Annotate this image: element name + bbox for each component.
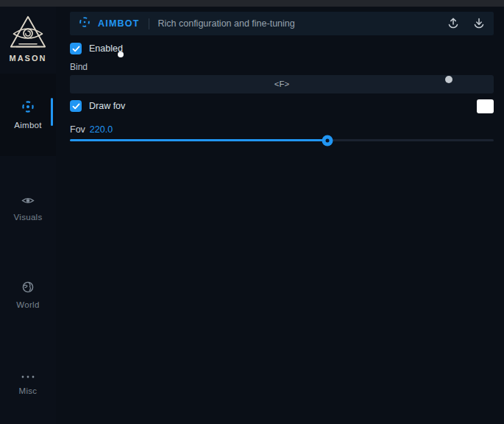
draw-fov-checkbox[interactable]: [70, 100, 82, 112]
sidebar-item-world[interactable]: World: [0, 278, 56, 313]
eye-icon: [21, 195, 35, 208]
draw-fov-label: Draw fov: [89, 101, 125, 111]
sidebar-item-misc[interactable]: Misc: [0, 364, 56, 400]
fov-value: 220.0: [90, 124, 113, 135]
enabled-row: Enabled: [70, 42, 123, 55]
sidebar-item-visuals[interactable]: Visuals: [0, 191, 56, 226]
bind-key-input[interactable]: <F>: [70, 75, 494, 93]
globe-icon: [22, 281, 34, 296]
check-icon: [72, 99, 80, 113]
fov-slider[interactable]: [70, 135, 494, 146]
header-divider: [149, 18, 149, 29]
page-title: AIMBOT: [98, 18, 140, 29]
mason-eye-pyramid-icon: [0, 15, 56, 52]
bind-key-value: <F>: [274, 80, 289, 88]
sidebar-item-label: Aimbot: [14, 121, 42, 130]
page-subtitle: Rich configuration and fine-tuning: [158, 18, 295, 29]
top-strip: [0, 0, 504, 7]
slider-fill: [70, 139, 327, 141]
mason-menu-window: MASON Aimbot Visuals: [0, 0, 504, 424]
panel-header: AIMBOT Rich configuration and fine-tunin…: [70, 12, 494, 35]
export-config-button[interactable]: [447, 17, 459, 31]
sidebar-item-label: Misc: [19, 386, 38, 395]
bind-label: Bind: [70, 62, 88, 72]
upload-icon: [447, 17, 459, 31]
sidebar-item-label: World: [16, 300, 39, 309]
fov-label: Fov: [70, 124, 85, 135]
logo-text: MASON: [0, 54, 56, 63]
slider-thumb[interactable]: [322, 135, 333, 146]
check-icon: [72, 42, 80, 55]
sidebar-item-label: Visuals: [14, 213, 43, 222]
sidebar-item-aimbot[interactable]: Aimbot: [0, 74, 56, 156]
sidebar: MASON Aimbot Visuals: [0, 7, 56, 424]
import-config-button[interactable]: [473, 17, 485, 31]
crosshair-icon: [79, 16, 90, 31]
download-icon: [473, 17, 485, 31]
crosshair-icon: [21, 100, 35, 116]
enabled-checkbox[interactable]: [70, 43, 82, 54]
drag-dot: [445, 76, 452, 83]
fov-value-row: Fov 220.0: [70, 124, 113, 135]
ellipsis-icon: [21, 369, 35, 382]
draw-fov-row: Draw fov: [70, 99, 125, 113]
cursor-dot: [118, 52, 124, 57]
fov-color-swatch[interactable]: [477, 99, 494, 113]
logo: MASON: [0, 15, 56, 63]
active-indicator-bar: [51, 98, 53, 126]
